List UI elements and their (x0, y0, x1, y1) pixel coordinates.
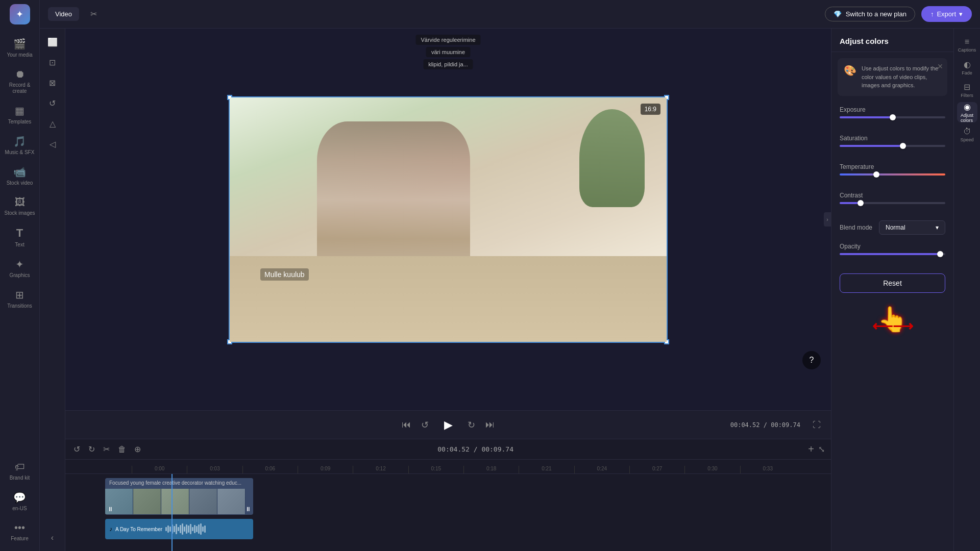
topbar-cut-icon[interactable]: ✂ (85, 6, 102, 22)
tool-rotate[interactable]: ↺ (43, 94, 62, 112)
feature-icon: ••• (14, 522, 25, 534)
exposure-section: Exposure (831, 102, 953, 131)
undo-button[interactable]: ↺ (71, 442, 82, 456)
tooltip-line-2: väri muumine (426, 47, 470, 57)
ruler-mark-9: 0:27 (629, 466, 684, 473)
blend-mode-row: Blend mode Normal ▾ (831, 216, 953, 239)
add-to-timeline-button[interactable]: ⊕ (132, 442, 143, 456)
info-banner-close-button[interactable]: ✕ (937, 62, 943, 70)
sidebar-item-record-create[interactable]: ⏺ Record &create (2, 64, 38, 98)
sidebar-item-feature[interactable]: ••• Feature (2, 518, 38, 546)
ruler-mark-8: 0:24 (574, 466, 629, 473)
speed-button[interactable]: ⏱ Speed (957, 124, 977, 145)
speed-icon: ⏱ (963, 127, 971, 136)
sidebar-item-label: Music & SFX (5, 149, 35, 156)
play-button[interactable]: ▶ (439, 416, 457, 434)
captions-button[interactable]: ≡ Captions (957, 35, 977, 55)
collapse-left-icon[interactable]: ‹ (43, 529, 62, 547)
fullscreen-button[interactable]: ⛶ (813, 420, 821, 430)
ruler-marks: 0:00 0:03 0:06 0:09 0:12 0:15 0:18 0:21 … (132, 460, 795, 473)
sidebar-item-en-us[interactable]: 💬 en-US (2, 487, 38, 516)
opacity-fill (840, 253, 940, 255)
sidebar-item-label: Stock images (4, 210, 35, 216)
tool-shape[interactable]: △ (43, 114, 62, 133)
saturation-label: Saturation (840, 135, 945, 142)
switch-plan-button[interactable]: 💎 Switch to a new plan (825, 7, 915, 21)
text-icon: T (16, 227, 23, 240)
contrast-thumb[interactable] (857, 200, 864, 206)
topbar: Video ✂ 💎 Switch to a new plan ↑ Export … (40, 0, 980, 29)
opacity-slider[interactable] (840, 253, 945, 255)
export-button[interactable]: ↑ Export ▾ (921, 6, 972, 22)
sidebar-item-brand-kit[interactable]: 🏷 Brand kit (2, 457, 38, 485)
delete-button[interactable]: 🗑 (116, 443, 128, 456)
sidebar-item-stock-images[interactable]: 🖼 Stock images (2, 192, 38, 220)
collapse-right-icon[interactable]: › (824, 212, 831, 227)
temperature-slider[interactable] (840, 173, 945, 176)
skip-to-end-button[interactable]: ⏭ (485, 419, 495, 430)
timeline-add-button[interactable]: + (808, 443, 814, 455)
thumb-4 (189, 489, 217, 514)
saturation-thumb[interactable] (900, 143, 906, 149)
exposure-thumb[interactable] (890, 114, 896, 120)
playback-controls: ⏮ ↺ ▶ ↻ ⏭ 00:04.52 / 00:09.74 ⛶ (65, 410, 831, 439)
video-canvas[interactable]: Mulle kuulub 16:9 (229, 96, 668, 343)
cut-button[interactable]: ✂ (101, 442, 112, 456)
sidebar-item-stock-video[interactable]: 📹 Stock video (2, 162, 38, 190)
tool-crop[interactable]: ⊠ (43, 73, 62, 92)
timeline-ruler: 0:00 0:03 0:06 0:09 0:12 0:15 0:18 0:21 … (65, 460, 831, 474)
skip-to-start-button[interactable]: ⏮ (402, 419, 411, 430)
redo-button[interactable]: ↻ (86, 442, 97, 456)
rewind-button[interactable]: ↺ (421, 419, 429, 431)
exposure-slider[interactable] (840, 116, 945, 118)
thumb-5 (217, 489, 246, 514)
timeline-tracks: Focused young female creative decorator … (65, 474, 831, 551)
saturation-slider[interactable] (840, 145, 945, 147)
ruler-mark-7: 0:21 (519, 466, 574, 473)
exposure-label: Exposure (840, 106, 945, 113)
timeline-playhead (172, 474, 173, 551)
contrast-slider[interactable] (840, 202, 945, 204)
blend-mode-select[interactable]: Normal ▾ (879, 220, 945, 235)
video-tab[interactable]: Video (48, 7, 79, 21)
audio-waveform (165, 523, 249, 535)
filters-button[interactable]: ⊟ Filters (957, 80, 977, 100)
filters-label: Filters (961, 93, 973, 98)
main-area: Video ✂ 💎 Switch to a new plan ↑ Export … (40, 0, 980, 551)
canvas-text-overlay: Mulle kuulub (260, 268, 309, 281)
help-button[interactable]: ? (802, 351, 821, 369)
speed-label: Speed (960, 137, 973, 142)
sidebar-item-label: Graphics (9, 272, 30, 279)
sidebar-item-templates[interactable]: ▦ Templates (2, 101, 38, 129)
sidebar-item-text[interactable]: T Text (2, 222, 38, 252)
reset-button[interactable]: Reset (840, 273, 945, 293)
blend-mode-value: Normal (886, 224, 905, 231)
thumb-2 (133, 489, 161, 514)
your-media-icon: 🎬 (13, 38, 26, 50)
tool-frame[interactable]: ⊡ (43, 53, 62, 71)
sidebar-item-music-sfx[interactable]: 🎵 Music & SFX (2, 131, 38, 160)
fast-forward-button[interactable]: ↻ (468, 419, 475, 431)
audio-track[interactable]: ♪ A Day To Remember (105, 519, 253, 539)
ruler-mark-6: 0:18 (463, 466, 519, 473)
timeline-area: ↺ ↻ ✂ 🗑 ⊕ 00:04.52 / 00:09.74 + ⤡ 0:00 0… (65, 439, 831, 551)
sidebar-item-graphics[interactable]: ✦ Graphics (2, 254, 38, 283)
tool-trim[interactable]: ◁ (43, 135, 62, 153)
music-note-icon: ♪ (109, 525, 112, 533)
aspect-ratio-badge: 16:9 (641, 104, 660, 115)
temperature-thumb[interactable] (873, 171, 879, 178)
adjust-colors-button[interactable]: ◉ Adjustcolors (957, 102, 977, 122)
temperature-section: Temperature (831, 159, 953, 188)
ruler-mark-11: 0:33 (740, 466, 795, 473)
right-arrow-icon: ⟶ (893, 318, 913, 335)
sidebar-item-transitions[interactable]: ⊞ Transitions (2, 285, 38, 313)
tooltip-area: Värvide reguleerimine väri muumine klipi… (416, 34, 481, 69)
video-track[interactable]: Focused young female creative decorator … (105, 478, 253, 515)
sidebar-item-your-media[interactable]: 🎬 Your media (2, 34, 38, 62)
tool-select[interactable]: ⬜ (43, 33, 62, 51)
timeline-expand-button[interactable]: ⤡ (818, 444, 825, 454)
stock-video-icon: 📹 (13, 166, 26, 178)
export-icon: ↑ (930, 10, 934, 18)
opacity-thumb[interactable] (937, 251, 943, 257)
fade-button[interactable]: ◐ Fade (957, 57, 977, 78)
